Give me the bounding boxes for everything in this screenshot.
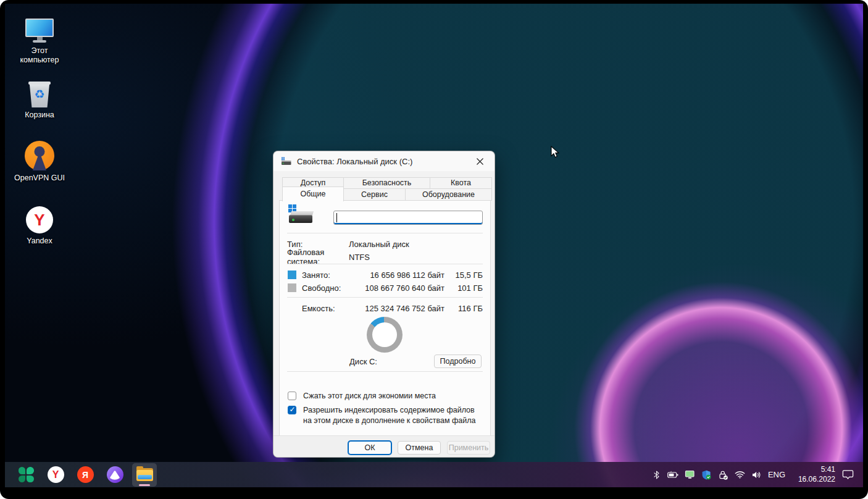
- tab-quota[interactable]: Квота: [430, 177, 492, 189]
- apply-button[interactable]: Применить: [447, 441, 490, 455]
- index-checkbox[interactable]: [288, 406, 296, 414]
- capacity-bytes: 125 324 746 752 байт: [355, 304, 444, 313]
- notification-center-button[interactable]: [838, 466, 857, 484]
- free-size: 101 ГБ: [444, 283, 483, 293]
- mouse-cursor: [551, 146, 560, 159]
- index-checkbox-row[interactable]: Разрешить индексировать содержимое файло…: [288, 405, 483, 426]
- desktop-icon-label: Корзина: [25, 111, 54, 120]
- start-button[interactable]: [14, 463, 38, 487]
- taskbar-file-explorer[interactable]: [132, 463, 157, 487]
- drive-mini-icon: [281, 157, 292, 166]
- disk-usage-donut: [367, 317, 403, 353]
- free-space-row: Свободно: 108 667 760 640 байт 101 ГБ: [287, 282, 483, 294]
- secure-drive-button[interactable]: [716, 466, 730, 484]
- capacity-size: 116 ГБ: [444, 304, 483, 313]
- cancel-button[interactable]: Отмена: [398, 441, 441, 455]
- active-app-indicator: [139, 484, 150, 486]
- close-button[interactable]: [469, 153, 491, 170]
- tab-security[interactable]: Безопасность: [343, 177, 430, 189]
- compress-checkbox-row[interactable]: Сжать этот диск для экономии места: [288, 391, 483, 401]
- desktop-icon-label: Yandex: [27, 237, 52, 246]
- divider: [287, 264, 483, 264]
- language-indicator[interactable]: ENG: [766, 466, 788, 484]
- desktop-icon-openvpn[interactable]: OpenVPN GUI: [14, 141, 65, 183]
- monitor-icon: [685, 470, 695, 479]
- used-color-swatch: [288, 270, 296, 279]
- field-value: NTFS: [349, 253, 370, 262]
- taskbar-alice[interactable]: [102, 463, 127, 487]
- file-explorer-icon: [136, 468, 153, 481]
- free-bytes: 108 667 760 640 байт: [355, 283, 444, 293]
- bluetooth-icon: [653, 470, 661, 480]
- ok-button[interactable]: ОК: [348, 441, 391, 455]
- taskbar-yandex-browser[interactable]: Y: [43, 463, 68, 487]
- text-caret: [336, 213, 337, 222]
- used-size: 15,5 ГБ: [444, 270, 483, 280]
- compress-checkbox[interactable]: [288, 392, 296, 400]
- taskbar-apps: Y Я: [14, 462, 157, 487]
- alice-icon: [107, 466, 123, 483]
- desktop-icon-label: Этот компьютер: [14, 46, 65, 65]
- used-bytes: 16 656 986 112 байт: [355, 270, 444, 280]
- bluetooth-button[interactable]: [649, 466, 664, 484]
- battery-icon: [667, 471, 678, 479]
- openvpn-icon: [25, 141, 54, 170]
- divider: [287, 233, 483, 233]
- volume-label-input[interactable]: [333, 211, 483, 225]
- desktop-icon-yandex[interactable]: Y Yandex: [14, 206, 65, 246]
- desktop-icon-label: OpenVPN GUI: [14, 174, 65, 183]
- tab-general[interactable]: Общие: [282, 187, 344, 201]
- recycle-icon: [28, 87, 51, 101]
- drive-icon: [287, 204, 317, 225]
- divider: [287, 297, 483, 298]
- dialog-titlebar[interactable]: Свойства: Локальный диск (C:): [273, 151, 495, 171]
- disk-properties-dialog: Свойства: Локальный диск (C:) Доступ Без…: [273, 151, 495, 458]
- network-display-button[interactable]: [682, 466, 697, 484]
- recycle-bin-icon: [28, 82, 51, 107]
- tab-tools[interactable]: Сервис: [343, 188, 406, 201]
- details-button[interactable]: Подробно: [434, 354, 482, 368]
- dialog-title: Свойства: Локальный диск (C:): [297, 157, 412, 166]
- shield-icon: [701, 470, 711, 480]
- defender-button[interactable]: [699, 466, 714, 484]
- field-value: Локальный диск: [349, 240, 409, 249]
- taskbar-yandex-search[interactable]: Я: [73, 463, 98, 487]
- desktop-wallpaper: Этот компьютер Корзина OpenVPN GUI Y Yan…: [5, 4, 863, 487]
- wifi-icon: [735, 471, 745, 479]
- general-tab-page: Тип: Локальный диск Файловая система: NT…: [279, 200, 491, 437]
- yandex-search-icon: Я: [77, 466, 94, 483]
- lock-icon: [718, 470, 728, 480]
- yandex-browser-icon: Y: [48, 466, 64, 483]
- disk-name-label: Диск C:: [349, 357, 377, 366]
- volume-button[interactable]: [749, 466, 764, 484]
- screen: Этот компьютер Корзина OpenVPN GUI Y Yan…: [0, 0, 868, 499]
- index-checkbox-label: Разрешить индексировать содержимое файло…: [303, 405, 483, 426]
- clock-date: 16.06.2022: [790, 475, 835, 485]
- free-label: Свободно:: [302, 283, 355, 293]
- tab-hardware[interactable]: Оборудование: [405, 188, 492, 201]
- desktop-icon-this-pc[interactable]: Этот компьютер: [14, 19, 65, 65]
- dialog-button-bar: ОК Отмена Применить: [273, 435, 495, 457]
- clock-time: 5:41: [790, 465, 835, 475]
- free-color-swatch: [288, 283, 296, 292]
- used-label: Занято:: [302, 270, 355, 280]
- speaker-icon: [751, 471, 761, 479]
- clock[interactable]: 5:41 16.06.2022: [790, 465, 837, 484]
- close-icon: [476, 157, 484, 166]
- taskbar: Y Я: [5, 462, 863, 487]
- divider: [287, 371, 483, 372]
- yandex-icon: Y: [26, 206, 53, 233]
- system-tray: ENG 5:41 16.06.2022: [649, 462, 857, 487]
- compress-checkbox-label: Сжать этот диск для экономии места: [303, 391, 436, 401]
- wifi-button[interactable]: [732, 466, 747, 484]
- capacity-label: Емкость:: [302, 304, 355, 313]
- battery-button[interactable]: [666, 466, 680, 484]
- used-space-row: Занято: 16 656 986 112 байт 15,5 ГБ: [287, 269, 483, 281]
- notification-icon: [842, 469, 854, 480]
- start-icon: [19, 467, 34, 482]
- desktop-icon-recycle-bin[interactable]: Корзина: [14, 82, 65, 120]
- field-filesystem: Файловая система: NTFS: [287, 251, 483, 263]
- capacity-row: Емкость: 125 324 746 752 байт 116 ГБ: [287, 302, 483, 314]
- this-pc-icon: [25, 19, 54, 43]
